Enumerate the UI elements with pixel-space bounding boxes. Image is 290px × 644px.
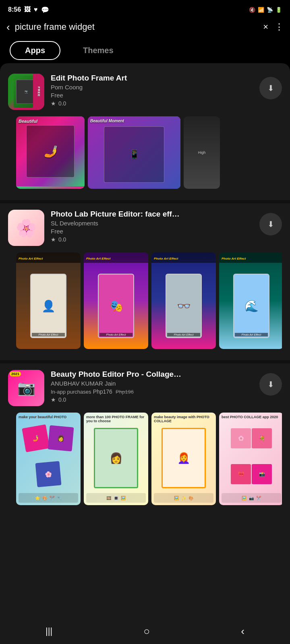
photo-lab-ss-label-2: Photo Art Effect [86,257,110,260]
app-rating-photo-lab: ★ 0.0 [51,236,253,243]
tab-themes[interactable]: Themes [68,42,128,59]
app-developer-photo-lab: SL Developments [51,220,253,227]
app-item-photo-lab: 🌸 Photo Lab Picture Editor: face eff… SL… [8,210,282,246]
star-icon: ★ [51,100,56,107]
screenshot-beauty-4[interactable]: best PHOTO COLLAGE app 2020 🌸 💐 🎀 📸 🖼️📷✂… [219,413,282,505]
app-icon-edit-photo[interactable]: 📷 FREE [8,74,44,110]
download-icon: ⬇ [267,83,274,93]
heart-icon: ♥ [34,6,38,13]
divider-2 [0,360,290,363]
app-info-edit-photo: Edit Photo Frame Art Pom Coong Free ★ 0.… [51,74,253,107]
messenger-icon: 💬 [41,6,49,14]
search-actions: × ⋮ [263,23,284,31]
app-item-beauty: 2021 📷 Beauty Photo Editor Pro - Collage… [8,370,282,406]
app-info-photo-lab: Photo Lab Picture Editor: face eff… SL D… [51,210,253,243]
mute-icon: 🔇 [249,7,255,13]
screenshots-row-photo-lab: Photo Art Effect 👤 Photo Art Effect Phot… [8,251,282,357]
photo-lab-ss-label-1: Photo Art Effect [19,257,43,260]
app-name: Edit Photo Frame Art [51,74,253,83]
bottom-spacer [0,516,290,545]
tabs-container: Apps Themes [0,36,290,63]
wifi-icon: 📶 [258,7,264,13]
app-price: Free [51,92,253,99]
app-info-beauty: Beauty Photo Editor Pro - Collage… ANUBH… [51,370,253,403]
battery-icon: 🔋 [276,7,282,13]
screenshot-lab-4[interactable]: Photo Art Effect 🌊 Photo Art Effect [219,252,282,349]
star-icon-2: ★ [51,236,56,243]
app-name-photo-lab: Photo Lab Picture Editor: face eff… [51,210,253,219]
photo-lab-ss-label-4: Photo Art Effect [222,257,246,260]
status-bar: 8:56 🖼 ♥ 💬 🔇 📶 📡 🔋 [0,0,290,18]
screenshot-2[interactable]: Beautiful Moment 📱 [88,116,180,189]
download-icon-2: ⬇ [267,219,274,229]
screenshot-lab-1[interactable]: Photo Art Effect 👤 Photo Art Effect [16,252,81,349]
app-section-edit-photo: 📷 FREE Edit Photo Frame Art Pom Coong Fr… [0,67,290,200]
app-icon-beauty[interactable]: 2021 📷 [8,370,44,406]
recent-apps-button[interactable]: ||| [36,623,62,640]
app-section-photo-lab: 🌸 Photo Lab Picture Editor: face eff… SL… [0,203,290,360]
photo-lab-ss-label-3: Photo Art Effect [154,257,178,260]
bottom-nav: ||| ○ ‹ [0,620,290,644]
time-display: 8:56 [8,6,21,13]
search-bar: ‹ × ⋮ [0,18,290,36]
more-options-button[interactable]: ⋮ [275,23,284,31]
screenshot-beauty-3[interactable]: make beauty image with PHOTO COLLAGE 👩‍🦰… [151,413,216,505]
app-name-beauty: Beauty Photo Editor Pro - Collage… [51,370,253,379]
screenshot-1[interactable]: Beautiful 🤳 [16,116,85,189]
app-rating-beauty: ★ 0.0 [51,396,253,403]
back-button[interactable]: ‹ [6,22,10,32]
app-rating: ★ 0.0 [51,100,253,107]
screenshot-label-3: High [198,151,206,155]
screenshot-3[interactable]: High [184,116,220,189]
search-input[interactable] [15,22,258,32]
app-item: 📷 FREE Edit Photo Frame Art Pom Coong Fr… [8,74,282,110]
screenshot-beauty-2[interactable]: more than 100 PHOTO FRAME for you to cho… [84,413,148,505]
beauty-ss-label-1: make your beautiful PHOTO [19,415,66,419]
download-button-edit-photo[interactable]: ⬇ [259,77,282,99]
photo-icon: 🖼 [24,6,31,13]
tab-apps[interactable]: Apps [10,41,60,60]
screenshot-lab-2[interactable]: Photo Art Effect 🎭 Photo Art Effect [84,252,148,349]
star-icon-3: ★ [51,396,56,403]
screenshots-row-beauty: make your beautiful PHOTO 🤳 👩 🌸 ⭐🎨✂️🔧 mo… [8,411,282,513]
beauty-ss-label-2: more than 100 PHOTO FRAME for you to cho… [86,415,146,423]
beauty-ss-label-3: make beauty image with PHOTO COLLAGE [154,415,213,423]
screenshots-row-edit-photo: Beautiful 🤳 Beautiful Moment 📱 [8,115,282,197]
status-right: 🔇 📶 📡 🔋 [249,7,282,13]
screenshot-beauty-1[interactable]: make your beautiful PHOTO 🤳 👩 🌸 ⭐🎨✂️🔧 [16,413,81,505]
app-price-photo-lab: Free [51,228,253,235]
app-section-beauty: 2021 📷 Beauty Photo Editor Pro - Collage… [0,363,290,516]
free-badge: FREE [33,74,44,110]
back-nav-button[interactable]: ‹ [231,622,254,641]
year-badge: 2021 [10,372,21,376]
download-button-beauty[interactable]: ⬇ [259,373,282,396]
screenshot-lab-3[interactable]: Photo Art Effect 👓 Photo Art Effect [151,252,216,349]
app-developer: Pom Coong [51,84,253,91]
divider-1 [0,200,290,203]
app-icon-photo-lab[interactable]: 🌸 [8,210,44,246]
status-left: 8:56 🖼 ♥ 💬 [8,6,49,14]
home-button[interactable]: ○ [134,622,160,641]
beauty-ss-label-4: best PHOTO COLLAGE app 2020 [222,415,278,419]
app-price-beauty: In-app purchases Php176 Php196 [51,388,253,395]
download-icon-3: ⬇ [267,380,274,389]
app-developer-beauty: ANUBHAV KUMAR Jain [51,380,253,387]
clear-button[interactable]: × [263,23,268,31]
search-results: 📷 FREE Edit Photo Frame Art Pom Coong Fr… [0,63,290,627]
signal-icon: 📡 [267,7,273,13]
screenshot-label-2: Beautiful Moment [90,119,124,123]
download-button-photo-lab[interactable]: ⬇ [259,213,282,235]
